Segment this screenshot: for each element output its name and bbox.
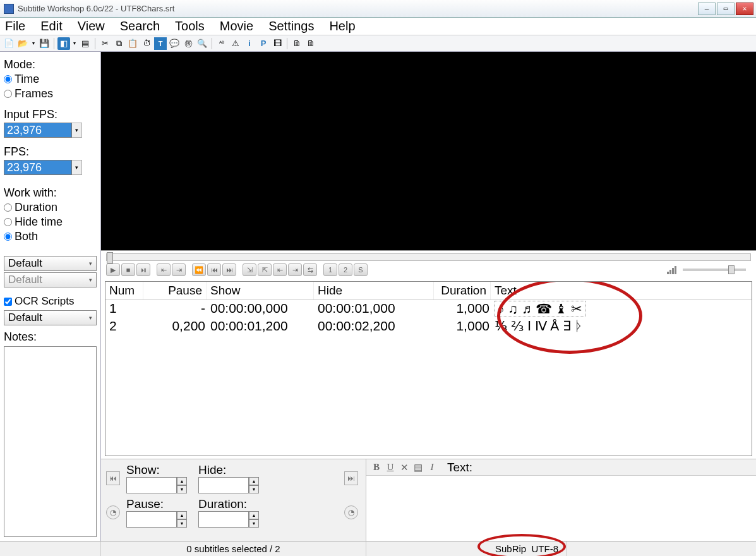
spin-down-icon[interactable]: ▼ [177, 519, 187, 528]
step-fwd-button[interactable]: ⇥ [172, 263, 186, 276]
spellcheck-icon[interactable]: ᴬᴮ [215, 37, 228, 50]
col-num-header[interactable]: Num [105, 282, 143, 299]
spin-up-icon[interactable]: ▲ [249, 477, 259, 485]
btn-2[interactable]: 2 [339, 263, 352, 276]
next-button[interactable]: ⏭ [222, 263, 236, 276]
fps-field[interactable] [4, 160, 72, 175]
work-hide-radio[interactable] [4, 218, 12, 226]
menu-tools[interactable]: Tools [175, 19, 205, 33]
pause-field[interactable] [126, 511, 177, 528]
clock-button-2[interactable]: ◔ [344, 505, 358, 519]
clock-button[interactable]: ◔ [106, 505, 120, 519]
open-dropdown-icon[interactable]: ▾ [30, 37, 37, 50]
mark-in-button[interactable]: ⇲ [243, 263, 256, 276]
format-button[interactable]: ▤ [413, 462, 423, 473]
underline-button[interactable]: U [385, 462, 395, 473]
chat-icon[interactable]: 💬 [168, 37, 181, 50]
volume-slider[interactable] [683, 269, 746, 271]
subtitle-row[interactable]: 2 0,200 00:00:01,200 00:00:02,200 1,000 … [105, 318, 752, 334]
spin-up-icon[interactable]: ▲ [177, 511, 187, 519]
stop-button[interactable]: ■ [121, 263, 135, 276]
menu-settings[interactable]: Settings [268, 19, 314, 33]
paste-icon[interactable]: 📋 [126, 37, 139, 50]
menu-view[interactable]: View [78, 19, 105, 33]
combo-2[interactable]: Default▾ [4, 272, 97, 287]
translate-icon[interactable]: ㊩ [182, 37, 195, 50]
next-subtitle-button[interactable]: ⏭ [344, 471, 358, 485]
pause-button[interactable]: ⏯ [136, 263, 150, 276]
work-both-radio[interactable] [4, 233, 12, 241]
tool-blue-icon[interactable]: ◧ [57, 37, 70, 50]
col-pause-header[interactable]: Pause [143, 282, 207, 299]
mark-out-button[interactable]: ⇱ [258, 263, 272, 276]
maximize-button[interactable]: ▭ [717, 3, 735, 15]
save-icon[interactable]: 💾 [38, 37, 51, 50]
input-fps-field[interactable] [4, 123, 72, 138]
rewind-button[interactable]: ⏪ [192, 263, 206, 276]
fps-dropdown-icon[interactable]: ▾ [72, 160, 82, 175]
show-field[interactable] [126, 477, 177, 493]
step-back-button[interactable]: ⇤ [157, 263, 171, 276]
prev-subtitle-button[interactable]: ⏮ [106, 471, 120, 485]
open-file-icon[interactable]: 📂 [16, 37, 29, 50]
cut-icon[interactable]: ✂ [99, 37, 111, 50]
spin-down-icon[interactable]: ▼ [177, 485, 187, 493]
input-fps-dropdown-icon[interactable]: ▾ [72, 123, 82, 138]
menu-movie[interactable]: Movie [220, 19, 253, 33]
spin-up-icon[interactable]: ▲ [177, 477, 187, 485]
duration-field[interactable] [198, 511, 249, 528]
clear-format-button[interactable]: ✕ [399, 462, 409, 473]
p-tool-icon[interactable]: P [257, 37, 270, 50]
new-file-icon[interactable]: 📄 [3, 37, 15, 50]
spin-down-icon[interactable]: ▼ [249, 485, 259, 493]
tool-blue-dropdown-icon[interactable]: ▾ [71, 37, 78, 50]
hide-field[interactable] [198, 477, 249, 493]
doc2-icon[interactable]: 🗎 [304, 37, 317, 50]
menu-file[interactable]: File [5, 19, 25, 33]
film-icon[interactable]: 🎞 [271, 37, 284, 50]
minimize-button[interactable]: — [698, 3, 716, 15]
clock-icon[interactable]: ⏱ [140, 37, 153, 50]
warning-icon[interactable]: ⚠ [229, 37, 242, 50]
sync-button[interactable]: ⇆ [303, 263, 317, 276]
seek-bar[interactable] [106, 253, 751, 261]
text-tool-icon[interactable]: T [154, 37, 167, 50]
mode-frames-radio[interactable] [4, 90, 12, 98]
zoom-icon[interactable]: 🔍 [196, 37, 208, 50]
menu-search[interactable]: Search [120, 19, 160, 33]
subtitle-list[interactable]: Num Pause Show Hide Duration Text 1 - 00… [105, 281, 752, 456]
subtitle-text-input[interactable] [366, 476, 756, 541]
close-button[interactable]: ✕ [736, 3, 753, 15]
info-icon[interactable]: i [243, 37, 256, 50]
italic-button[interactable]: I [427, 462, 437, 473]
jump-end-button[interactable]: ⇥ [288, 263, 302, 276]
btn-s[interactable]: S [354, 263, 368, 276]
cell-show: 00:00:00,000 [210, 301, 318, 317]
work-duration-radio[interactable] [4, 203, 12, 212]
tool-generic-icon[interactable]: ▤ [79, 37, 92, 50]
notes-textarea[interactable] [4, 346, 97, 537]
spin-up-icon[interactable]: ▲ [249, 511, 259, 519]
combo-3[interactable]: Default▾ [4, 310, 97, 325]
btn-1[interactable]: 1 [323, 263, 337, 276]
col-hide-header[interactable]: Hide [314, 282, 434, 299]
prev-button[interactable]: ⏮ [207, 263, 221, 276]
play-button[interactable]: ▶ [106, 263, 120, 276]
video-preview[interactable] [101, 52, 756, 251]
jump-start-button[interactable]: ⇤ [273, 263, 287, 276]
ocr-scripts-checkbox[interactable] [4, 298, 12, 306]
combo-1[interactable]: Default▾ [4, 256, 97, 271]
menu-help[interactable]: Help [329, 19, 355, 33]
seek-thumb[interactable] [107, 252, 113, 263]
col-show-header[interactable]: Show [207, 282, 314, 299]
menu-edit[interactable]: Edit [40, 19, 62, 33]
spin-down-icon[interactable]: ▼ [249, 519, 259, 528]
volume-thumb[interactable] [728, 265, 735, 274]
doc1-icon[interactable]: 🗎 [291, 37, 303, 50]
copy-icon[interactable]: ⧉ [112, 37, 125, 50]
col-text-header[interactable]: Text [491, 282, 752, 299]
bold-button[interactable]: B [371, 462, 381, 473]
mode-time-radio[interactable] [4, 75, 12, 83]
subtitle-row[interactable]: 1 - 00:00:00,000 00:00:01,000 1,000 ♪ ♫ … [105, 300, 752, 318]
col-duration-header[interactable]: Duration [434, 282, 491, 299]
